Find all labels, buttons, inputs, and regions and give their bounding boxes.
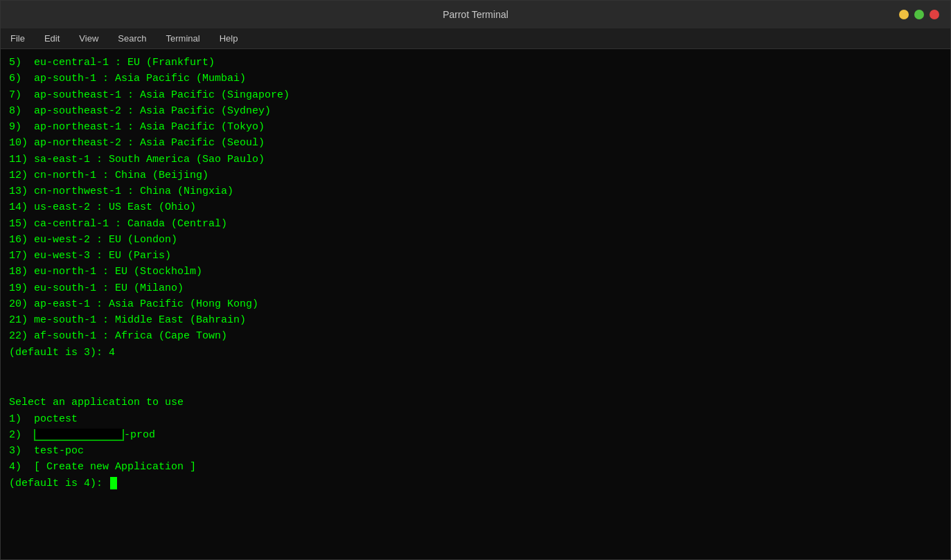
terminal-line: 6) ap-south-1 : Asia Pacific (Mumbai)	[9, 71, 942, 87]
terminal-line: 17) eu-west-3 : EU (Paris)	[9, 248, 942, 264]
terminal-line-app1: 1) poctest	[9, 411, 942, 427]
title-bar: Parrot Terminal	[1, 1, 950, 28]
menu-view[interactable]: View	[75, 32, 103, 45]
terminal-line: 11) sa-east-1 : South America (Sao Paulo…	[9, 152, 942, 168]
terminal-line: 21) me-south-1 : Middle East (Bahrain)	[9, 312, 942, 328]
terminal-line: 14) us-east-2 : US East (Ohio)	[9, 199, 942, 215]
terminal-line: 20) ap-east-1 : Asia Pacific (Hong Kong)	[9, 296, 942, 312]
menu-terminal[interactable]: Terminal	[162, 32, 204, 45]
close-button[interactable]	[930, 10, 939, 19]
terminal-body[interactable]: 5) eu-central-1 : EU (Frankfurt) 6) ap-s…	[1, 49, 950, 559]
menu-file[interactable]: File	[6, 32, 29, 45]
menu-edit[interactable]: Edit	[40, 32, 64, 45]
terminal-line: 8) ap-southeast-2 : Asia Pacific (Sydney…	[9, 103, 942, 119]
minimize-button[interactable]	[899, 10, 909, 19]
blank-line	[9, 378, 942, 395]
terminal-prompt: (default is 4):	[9, 476, 109, 491]
menu-bar: File Edit View Search Terminal Help	[1, 28, 950, 49]
terminal-line-app3: 3) test-poc	[9, 443, 942, 459]
terminal-line-section-header: Select an application to use	[9, 395, 942, 410]
terminal-line: 9) ap-northeast-1 : Asia Pacific (Tokyo)	[9, 119, 942, 135]
terminal-line: 15) ca-central-1 : Canada (Central)	[9, 216, 942, 232]
menu-search[interactable]: Search	[114, 32, 150, 45]
terminal-window: Parrot Terminal File Edit View Search Te…	[0, 0, 951, 560]
terminal-line-default: (default is 3): 4	[9, 345, 942, 361]
terminal-prompt-line: (default is 4):	[9, 476, 942, 491]
terminal-line: 13) cn-northwest-1 : China (Ningxia)	[9, 183, 942, 199]
blank-line	[9, 361, 942, 378]
terminal-line: 16) eu-west-2 : EU (London)	[9, 232, 942, 248]
terminal-line: 10) ap-northeast-2 : Asia Pacific (Seoul…	[9, 135, 942, 151]
terminal-line: 22) af-south-1 : Africa (Cape Town)	[9, 328, 942, 344]
terminal-line: 12) cn-north-1 : China (Beijing)	[9, 168, 942, 183]
terminal-line: 19) eu-south-1 : EU (Milano)	[9, 280, 942, 296]
terminal-line: 18) eu-north-1 : EU (Stockholm)	[9, 264, 942, 280]
terminal-line-app2: 2) ██████████████-prod	[9, 427, 942, 443]
terminal-line: 5) eu-central-1 : EU (Frankfurt)	[9, 55, 942, 71]
highlighted-app-name: ██████████████	[34, 429, 124, 441]
window-controls	[899, 10, 939, 19]
terminal-line: 7) ap-southeast-1 : Asia Pacific (Singap…	[9, 87, 942, 103]
menu-help[interactable]: Help	[215, 32, 242, 45]
window-title: Parrot Terminal	[443, 9, 508, 20]
terminal-line-app4: 4) [ Create new Application ]	[9, 459, 942, 475]
maximize-button[interactable]	[914, 10, 924, 19]
terminal-cursor	[110, 477, 117, 489]
